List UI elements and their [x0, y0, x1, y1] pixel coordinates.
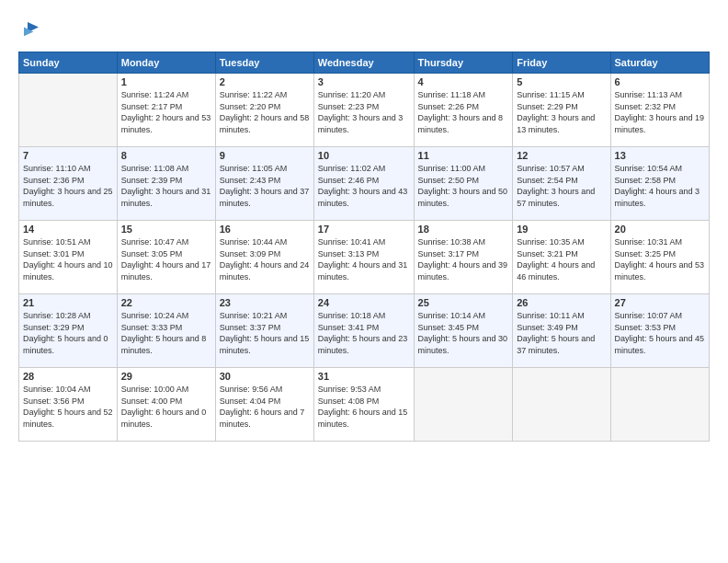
- day-number: 1: [121, 76, 211, 87]
- day-info: Sunrise: 10:11 AMSunset: 3:49 PMDaylight…: [517, 310, 606, 356]
- table-cell: 18Sunrise: 10:38 AMSunset: 3:17 PMDaylig…: [414, 221, 513, 294]
- calendar-week-row: 21Sunrise: 10:28 AMSunset: 3:29 PMDaylig…: [19, 294, 710, 368]
- day-info: Sunrise: 10:14 AMSunset: 3:45 PMDaylight…: [418, 310, 509, 356]
- col-monday: Monday: [117, 52, 215, 74]
- day-info: Sunrise: 11:22 AMSunset: 2:20 PMDaylight…: [220, 89, 310, 135]
- table-cell: 3Sunrise: 11:20 AMSunset: 2:23 PMDayligh…: [313, 74, 414, 147]
- day-number: 24: [318, 297, 410, 308]
- day-number: 6: [615, 76, 705, 87]
- day-number: 30: [220, 371, 310, 382]
- table-cell: [19, 74, 118, 147]
- table-cell: 4Sunrise: 11:18 AMSunset: 2:26 PMDayligh…: [414, 74, 513, 147]
- table-cell: [513, 368, 610, 442]
- day-number: 4: [418, 76, 509, 87]
- table-cell: 2Sunrise: 11:22 AMSunset: 2:20 PMDayligh…: [215, 74, 313, 147]
- day-number: 8: [121, 150, 211, 161]
- table-cell: 21Sunrise: 10:28 AMSunset: 3:29 PMDaylig…: [19, 294, 118, 368]
- table-cell: 8Sunrise: 11:08 AMSunset: 2:39 PMDayligh…: [117, 147, 215, 221]
- day-number: 12: [517, 150, 606, 161]
- table-cell: 1Sunrise: 11:24 AMSunset: 2:17 PMDayligh…: [117, 74, 215, 147]
- day-info: Sunrise: 10:47 AMSunset: 3:05 PMDaylight…: [121, 236, 211, 282]
- day-number: 25: [418, 297, 509, 308]
- calendar-week-row: 1Sunrise: 11:24 AMSunset: 2:17 PMDayligh…: [19, 74, 710, 147]
- table-cell: 14Sunrise: 10:51 AMSunset: 3:01 PMDaylig…: [19, 221, 118, 294]
- day-info: Sunrise: 11:05 AMSunset: 2:43 PMDaylight…: [220, 163, 310, 209]
- day-number: 13: [615, 150, 705, 161]
- day-info: Sunrise: 10:28 AMSunset: 3:29 PMDaylight…: [23, 310, 113, 356]
- day-number: 14: [23, 224, 113, 235]
- day-number: 26: [517, 297, 606, 308]
- calendar-week-row: 14Sunrise: 10:51 AMSunset: 3:01 PMDaylig…: [19, 221, 710, 294]
- day-info: Sunrise: 11:08 AMSunset: 2:39 PMDaylight…: [121, 163, 211, 209]
- col-tuesday: Tuesday: [215, 52, 313, 74]
- day-info: Sunrise: 10:57 AMSunset: 2:54 PMDaylight…: [517, 163, 606, 209]
- day-number: 31: [318, 371, 410, 382]
- day-number: 20: [615, 224, 705, 235]
- day-info: Sunrise: 9:56 AMSunset: 4:04 PMDaylight:…: [220, 384, 310, 430]
- day-number: 28: [23, 371, 113, 382]
- day-info: Sunrise: 10:07 AMSunset: 3:53 PMDaylight…: [615, 310, 705, 356]
- logo-icon: [20, 18, 42, 40]
- table-cell: 5Sunrise: 11:15 AMSunset: 2:29 PMDayligh…: [513, 74, 610, 147]
- day-info: Sunrise: 9:53 AMSunset: 4:08 PMDaylight:…: [318, 384, 410, 430]
- day-number: 23: [220, 297, 310, 308]
- day-info: Sunrise: 11:13 AMSunset: 2:32 PMDaylight…: [615, 89, 705, 135]
- col-friday: Friday: [513, 52, 610, 74]
- day-info: Sunrise: 11:15 AMSunset: 2:29 PMDaylight…: [517, 89, 606, 135]
- day-info: Sunrise: 10:54 AMSunset: 2:58 PMDaylight…: [615, 163, 705, 209]
- table-cell: 12Sunrise: 10:57 AMSunset: 2:54 PMDaylig…: [513, 147, 610, 221]
- day-info: Sunrise: 10:00 AMSunset: 4:00 PMDaylight…: [121, 384, 211, 430]
- day-number: 7: [23, 150, 113, 161]
- day-info: Sunrise: 10:35 AMSunset: 3:21 PMDaylight…: [517, 236, 606, 282]
- table-cell: 6Sunrise: 11:13 AMSunset: 2:32 PMDayligh…: [610, 74, 709, 147]
- table-cell: 28Sunrise: 10:04 AMSunset: 3:56 PMDaylig…: [19, 368, 118, 442]
- day-info: Sunrise: 10:21 AMSunset: 3:37 PMDaylight…: [220, 310, 310, 356]
- col-saturday: Saturday: [610, 52, 709, 74]
- day-number: 2: [220, 76, 310, 87]
- day-info: Sunrise: 10:44 AMSunset: 3:09 PMDaylight…: [220, 236, 310, 282]
- day-number: 11: [418, 150, 509, 161]
- table-cell: 27Sunrise: 10:07 AMSunset: 3:53 PMDaylig…: [610, 294, 709, 368]
- day-info: Sunrise: 10:31 AMSunset: 3:25 PMDaylight…: [615, 236, 705, 282]
- day-info: Sunrise: 10:38 AMSunset: 3:17 PMDaylight…: [418, 236, 509, 282]
- table-cell: 7Sunrise: 11:10 AMSunset: 2:36 PMDayligh…: [19, 147, 118, 221]
- table-cell: 23Sunrise: 10:21 AMSunset: 3:37 PMDaylig…: [215, 294, 313, 368]
- table-cell: 15Sunrise: 10:47 AMSunset: 3:05 PMDaylig…: [117, 221, 215, 294]
- logo: [18, 18, 42, 40]
- col-wednesday: Wednesday: [313, 52, 414, 74]
- table-cell: 9Sunrise: 11:05 AMSunset: 2:43 PMDayligh…: [215, 147, 313, 221]
- calendar-week-row: 7Sunrise: 11:10 AMSunset: 2:36 PMDayligh…: [19, 147, 710, 221]
- table-cell: 31Sunrise: 9:53 AMSunset: 4:08 PMDayligh…: [313, 368, 414, 442]
- table-cell: 20Sunrise: 10:31 AMSunset: 3:25 PMDaylig…: [610, 221, 709, 294]
- table-cell: 29Sunrise: 10:00 AMSunset: 4:00 PMDaylig…: [117, 368, 215, 442]
- day-number: 5: [517, 76, 606, 87]
- calendar-week-row: 28Sunrise: 10:04 AMSunset: 3:56 PMDaylig…: [19, 368, 710, 442]
- page: Sunday Monday Tuesday Wednesday Thursday…: [0, 0, 728, 563]
- table-cell: [610, 368, 709, 442]
- table-cell: 30Sunrise: 9:56 AMSunset: 4:04 PMDayligh…: [215, 368, 313, 442]
- day-number: 21: [23, 297, 113, 308]
- table-cell: 22Sunrise: 10:24 AMSunset: 3:33 PMDaylig…: [117, 294, 215, 368]
- day-info: Sunrise: 10:51 AMSunset: 3:01 PMDaylight…: [23, 236, 113, 282]
- day-number: 18: [418, 224, 509, 235]
- day-info: Sunrise: 11:24 AMSunset: 2:17 PMDaylight…: [121, 89, 211, 135]
- day-number: 22: [121, 297, 211, 308]
- day-info: Sunrise: 11:10 AMSunset: 2:36 PMDaylight…: [23, 163, 113, 209]
- day-number: 10: [318, 150, 410, 161]
- day-number: 3: [318, 76, 410, 87]
- table-cell: 17Sunrise: 10:41 AMSunset: 3:13 PMDaylig…: [313, 221, 414, 294]
- calendar-table: Sunday Monday Tuesday Wednesday Thursday…: [18, 52, 710, 442]
- table-cell: 19Sunrise: 10:35 AMSunset: 3:21 PMDaylig…: [513, 221, 610, 294]
- table-cell: 25Sunrise: 10:14 AMSunset: 3:45 PMDaylig…: [414, 294, 513, 368]
- table-cell: 16Sunrise: 10:44 AMSunset: 3:09 PMDaylig…: [215, 221, 313, 294]
- day-number: 9: [220, 150, 310, 161]
- day-info: Sunrise: 11:20 AMSunset: 2:23 PMDaylight…: [318, 89, 410, 135]
- day-number: 19: [517, 224, 606, 235]
- day-info: Sunrise: 10:18 AMSunset: 3:41 PMDaylight…: [318, 310, 410, 356]
- day-number: 15: [121, 224, 211, 235]
- day-info: Sunrise: 10:41 AMSunset: 3:13 PMDaylight…: [318, 236, 410, 282]
- day-info: Sunrise: 11:18 AMSunset: 2:26 PMDaylight…: [418, 89, 509, 135]
- day-info: Sunrise: 10:24 AMSunset: 3:33 PMDaylight…: [121, 310, 211, 356]
- day-number: 16: [220, 224, 310, 235]
- day-number: 29: [121, 371, 211, 382]
